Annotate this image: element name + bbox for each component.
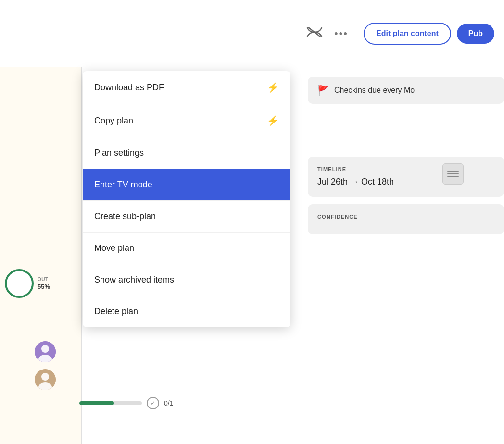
avatar-2 [35, 369, 56, 390]
menu-item-download-pdf-label: Download as PDF [94, 83, 164, 93]
toolbar: ••• Edit plan content Pub [0, 0, 504, 67]
menu-item-delete-plan-label: Delete plan [94, 307, 138, 317]
progress-bar-area: ✓ 0/1 [79, 397, 173, 409]
right-panel: 🚩 Checkins due every Mo TIMELINE Jul 26t… [308, 77, 504, 444]
text-line-3 [447, 176, 459, 177]
edit-plan-button[interactable]: Edit plan content [364, 23, 451, 45]
progress-bar-fill [79, 401, 114, 405]
menu-item-copy-plan[interactable]: Copy plan ⚡ [83, 104, 290, 137]
menu-item-download-pdf[interactable]: Download as PDF ⚡ [83, 71, 290, 104]
out-label: OUT [38, 277, 50, 282]
progress-percent: 55% [38, 283, 50, 290]
eye-closed-button[interactable] [304, 24, 325, 43]
progress-info: OUT 55% [38, 277, 50, 290]
text-lines-button[interactable] [442, 163, 468, 185]
dots-icon: ••• [334, 27, 348, 40]
menu-item-delete-plan[interactable]: Delete plan [83, 296, 290, 327]
progress-bar-track [79, 401, 142, 405]
lightning-icon-download: ⚡ [267, 82, 279, 93]
task-count: 0/1 [164, 399, 173, 407]
checkin-card: 🚩 Checkins due every Mo [308, 77, 504, 104]
svg-point-2 [41, 345, 49, 353]
confidence-card: CONFIDENCE [308, 204, 504, 234]
eye-closed-icon [306, 26, 323, 41]
publish-button[interactable]: Pub [457, 24, 494, 44]
checkin-emoji: 🚩 [317, 85, 329, 96]
progress-area: OUT 55% [5, 269, 50, 298]
svg-line-0 [308, 27, 321, 37]
progress-circle [5, 269, 34, 298]
menu-item-enter-tv-mode-label: Enter TV mode [94, 180, 152, 190]
avatar-1 [35, 341, 56, 362]
toolbar-icons: ••• [304, 24, 350, 43]
menu-item-show-archived-label: Show archived items [94, 275, 174, 285]
menu-item-show-archived[interactable]: Show archived items [83, 264, 290, 296]
avatars-area [35, 341, 56, 390]
more-options-button[interactable]: ••• [332, 25, 350, 42]
text-line-2 [447, 173, 459, 174]
menu-item-create-sub-plan-label: Create sub-plan [94, 211, 156, 222]
lightning-icon-copy: ⚡ [267, 115, 279, 126]
dropdown-menu: Download as PDF ⚡ Copy plan ⚡ Plan setti… [83, 71, 290, 327]
confidence-label: CONFIDENCE [317, 214, 494, 220]
menu-item-plan-settings-label: Plan settings [94, 148, 144, 158]
menu-item-create-sub-plan[interactable]: Create sub-plan [83, 201, 290, 233]
menu-item-move-plan[interactable]: Move plan [83, 233, 290, 264]
timeline-card: TIMELINE Jul 26th → Oct 18th [308, 157, 504, 197]
svg-point-5 [41, 373, 49, 381]
menu-item-plan-settings[interactable]: Plan settings [83, 137, 290, 169]
checkin-text: Checkins due every Mo [334, 86, 415, 95]
menu-item-enter-tv-mode[interactable]: Enter TV mode [83, 169, 290, 201]
menu-item-move-plan-label: Move plan [94, 243, 134, 253]
check-badge: ✓ [147, 397, 159, 409]
text-line-1 [447, 171, 459, 172]
menu-item-copy-plan-label: Copy plan [94, 116, 133, 126]
